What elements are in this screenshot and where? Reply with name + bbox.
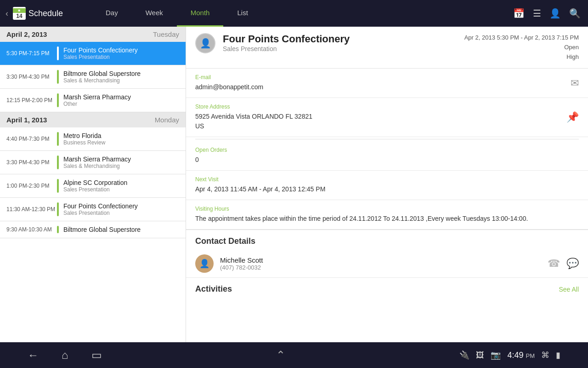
visiting-hours-label: Visiting Hours <box>195 206 579 212</box>
calendar-date-num: 14 <box>16 13 22 19</box>
search-icon[interactable]: 🔍 <box>569 8 581 19</box>
email-row: E-mail admin@bonappetit.com ✉ <box>195 74 579 92</box>
item-sub: Business Review <box>63 139 179 146</box>
list-item[interactable]: 1:00 PM-2:30 PM Alpine SC Corporation Sa… <box>0 174 186 198</box>
store-address-block: Store Address 5925 Avenida Vista ORLANDO… <box>195 104 312 131</box>
accent-bar <box>57 132 59 146</box>
email-section: E-mail admin@bonappetit.com ✉ <box>186 69 588 98</box>
nav-tabs: Day Week Month List <box>92 0 506 27</box>
list-item[interactable]: 11:30 AM-12:30 PM Four Points Confection… <box>0 198 186 221</box>
recents-button[interactable]: ▭ <box>91 349 102 362</box>
item-name: Marsh Sierra Pharmacy <box>63 93 179 101</box>
email-icon[interactable]: ✉ <box>571 77 579 89</box>
time-display: 4:49 PM <box>507 351 535 360</box>
visiting-hours-section: Visiting Hours The appointment takes pla… <box>186 200 588 230</box>
item-details: Alpine SC Corporation Sales Presentation <box>63 179 179 193</box>
contact-name: Michelle Scott <box>220 256 541 264</box>
item-time: 4:40 PM-7:30 PM <box>6 132 57 146</box>
item-name: Marsh Sierra Pharmacy <box>63 155 179 163</box>
list-item[interactable]: 3:30 PM-4:30 PM Marsh Sierra Pharmacy Sa… <box>0 151 186 174</box>
wifi-icon: ⌘ <box>541 350 549 360</box>
item-name: Metro Florida <box>63 132 179 139</box>
tab-week[interactable]: Week <box>132 0 177 27</box>
open-orders-section: Open Orders 0 <box>186 141 588 171</box>
contact-info: Michelle Scott (407) 782-0032 <box>220 256 541 271</box>
email-block: E-mail admin@bonappetit.com <box>195 74 263 92</box>
contact-actions: ☎ 💬 <box>548 258 579 270</box>
date-label-apr2: April 2, 2013 <box>6 30 47 38</box>
next-visit-value: Apr 4, 2013 11:45 AM - Apr 4, 2013 12:45… <box>195 184 579 194</box>
email-label: E-mail <box>195 74 263 80</box>
list-item[interactable]: 5:30 PM-7:15 PM Four Points Confectioner… <box>0 42 186 65</box>
accent-bar <box>57 46 59 60</box>
item-time: 12:15 PM-2:00 PM <box>6 93 57 107</box>
back-icon[interactable]: ‹ <box>6 9 8 18</box>
item-time: 1:00 PM-2:30 PM <box>6 179 57 193</box>
top-bar-icons: 📅 ☰ 👤 🔍 <box>506 8 588 19</box>
item-time: 9:30 AM-10:30 AM <box>6 226 57 233</box>
calendar-view-icon[interactable]: 📅 <box>513 8 525 19</box>
person-icon[interactable]: 👤 <box>549 8 561 19</box>
priority-badge: High <box>464 52 579 62</box>
item-time: 3:30 PM-4:30 PM <box>6 155 57 169</box>
date-header-apr2: April 2, 2013 Tuesday <box>0 27 186 42</box>
accent-bar <box>57 93 59 107</box>
item-details: Metro Florida Business Review <box>63 132 179 146</box>
message-icon[interactable]: 💬 <box>566 258 579 270</box>
item-details: Marsh Sierra Pharmacy Sales & Merchandis… <box>63 155 179 169</box>
see-all-button[interactable]: See All <box>559 286 579 293</box>
contact-details-header: Contact Details <box>186 230 588 250</box>
item-time: 5:30 PM-7:15 PM <box>6 46 57 60</box>
usb-icon: 🔌 <box>459 350 469 360</box>
detail-header-right: Apr 2, 2013 5:30 PM - Apr 2, 2013 7:15 P… <box>464 33 579 62</box>
tab-list[interactable]: List <box>223 0 261 27</box>
detail-sub: Sales Presentation <box>223 45 457 52</box>
list-item[interactable]: 9:30 AM-10:30 AM Biltmore Global Superst… <box>0 221 186 238</box>
screen-icon: 🖼 <box>476 351 484 360</box>
map-pin-icon[interactable]: 📌 <box>566 111 579 123</box>
list-item[interactable]: 4:40 PM-7:30 PM Metro Florida Business R… <box>0 127 186 151</box>
list-item[interactable]: 3:30 PM-4:30 PM Biltmore Global Supersto… <box>0 65 186 89</box>
accent-bar <box>57 70 59 84</box>
accent-bar <box>57 155 59 169</box>
detail-name: Four Points Confectionery <box>223 33 457 45</box>
item-sub: Sales & Merchandising <box>63 163 179 169</box>
item-sub: Sales Presentation <box>63 54 179 60</box>
accent-bar <box>57 202 59 216</box>
contact-phone: (407) 782-0032 <box>220 264 541 271</box>
item-sub: Sales Presentation <box>63 210 179 216</box>
activities-section: Activities See All <box>186 278 588 299</box>
contact-details-title: Contact Details <box>195 236 255 246</box>
top-bar: ‹ ■ 14 Schedule Day Week Month List 📅 ☰ … <box>0 0 588 27</box>
calendar-icon-top: ■ <box>13 8 26 13</box>
contact-row: 👤 Michelle Scott (407) 782-0032 ☎ 💬 <box>186 250 588 278</box>
avatar: 👤 <box>195 33 215 53</box>
bottom-nav-left: ← ⌂ ▭ <box>28 349 102 362</box>
tab-day[interactable]: Day <box>92 0 132 27</box>
accent-bar <box>57 226 59 233</box>
list-item[interactable]: 12:15 PM-2:00 PM Marsh Sierra Pharmacy O… <box>0 89 186 112</box>
date-label-apr1: April 1, 2013 <box>6 116 47 124</box>
home-button[interactable]: ⌂ <box>62 349 68 362</box>
item-details: Four Points Confectionery Sales Presenta… <box>63 202 179 216</box>
item-name: Four Points Confectionery <box>63 46 179 54</box>
back-button[interactable]: ← <box>28 349 39 362</box>
status-badge: Open <box>464 43 579 52</box>
item-details: Biltmore Global Superstore Sales & Merch… <box>63 70 179 84</box>
left-panel: April 2, 2013 Tuesday 5:30 PM-7:15 PM Fo… <box>0 27 186 342</box>
item-time: 3:30 PM-4:30 PM <box>6 70 57 84</box>
item-sub: Other <box>63 101 179 107</box>
store-address-line2: US <box>195 121 312 131</box>
expand-button[interactable]: ⌃ <box>276 349 285 362</box>
tab-month[interactable]: Month <box>177 0 224 27</box>
activities-title: Activities <box>195 284 232 294</box>
contact-avatar: 👤 <box>195 254 214 273</box>
phone-icon[interactable]: ☎ <box>548 258 560 270</box>
item-details: Biltmore Global Superstore <box>63 226 179 233</box>
next-visit-section: Next Visit Apr 4, 2013 11:45 AM - Apr 4,… <box>186 171 588 200</box>
item-name: Biltmore Global Superstore <box>63 70 179 77</box>
battery-icon: ▮ <box>556 350 560 360</box>
store-address-row: Store Address 5925 Avenida Vista ORLANDO… <box>195 104 579 131</box>
store-address-line1: 5925 Avenida Vista ORLANDO FL 32821 <box>195 112 312 121</box>
list-view-icon[interactable]: ☰ <box>533 8 541 19</box>
